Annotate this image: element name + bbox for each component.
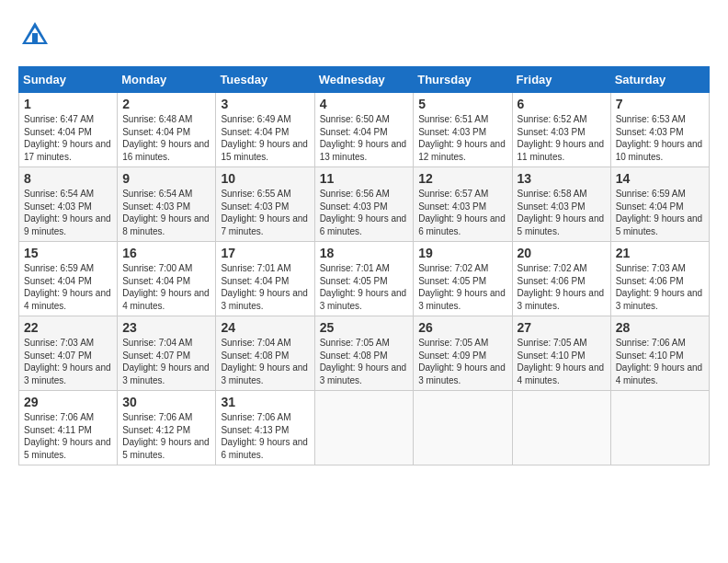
day-info: Sunrise: 6:48 AMSunset: 4:04 PMDaylight:… xyxy=(122,113,210,163)
day-number: 14 xyxy=(616,171,704,186)
day-number: 26 xyxy=(418,320,506,335)
svg-rect-2 xyxy=(32,33,38,44)
day-info: Sunrise: 6:47 AMSunset: 4:04 PMDaylight:… xyxy=(24,113,112,163)
day-number: 11 xyxy=(320,171,409,186)
calendar-cell: 16Sunrise: 7:00 AMSunset: 4:04 PMDayligh… xyxy=(118,242,216,316)
day-info: Sunrise: 6:51 AMSunset: 4:03 PMDaylight:… xyxy=(418,113,506,163)
calendar-cell: 7Sunrise: 6:53 AMSunset: 4:03 PMDaylight… xyxy=(610,93,709,167)
calendar-cell: 13Sunrise: 6:58 AMSunset: 4:03 PMDayligh… xyxy=(512,167,610,242)
calendar-cell: 23Sunrise: 7:04 AMSunset: 4:07 PMDayligh… xyxy=(118,316,216,391)
calendar-cell: 11Sunrise: 6:56 AMSunset: 4:03 PMDayligh… xyxy=(314,167,414,242)
day-info: Sunrise: 6:58 AMSunset: 4:03 PMDaylight:… xyxy=(518,188,606,237)
day-number: 22 xyxy=(24,320,112,335)
calendar-week-1: 1Sunrise: 6:47 AMSunset: 4:04 PMDaylight… xyxy=(19,93,710,167)
day-info: Sunrise: 7:03 AMSunset: 4:06 PMDaylight:… xyxy=(616,262,704,312)
calendar-cell: 26Sunrise: 7:05 AMSunset: 4:09 PMDayligh… xyxy=(414,316,512,391)
calendar-cell: 15Sunrise: 6:59 AMSunset: 4:04 PMDayligh… xyxy=(19,242,118,316)
day-number: 9 xyxy=(122,171,210,186)
day-info: Sunrise: 7:02 AMSunset: 4:05 PMDaylight:… xyxy=(418,262,506,312)
day-number: 28 xyxy=(616,320,704,335)
day-info: Sunrise: 7:06 AMSunset: 4:12 PMDaylight:… xyxy=(122,411,210,461)
calendar-week-3: 15Sunrise: 6:59 AMSunset: 4:04 PMDayligh… xyxy=(19,242,710,316)
day-info: Sunrise: 7:03 AMSunset: 4:07 PMDaylight:… xyxy=(24,337,112,386)
day-info: Sunrise: 6:57 AMSunset: 4:03 PMDaylight:… xyxy=(418,188,506,237)
logo xyxy=(18,18,57,52)
calendar-cell: 1Sunrise: 6:47 AMSunset: 4:04 PMDaylight… xyxy=(19,93,118,167)
day-info: Sunrise: 7:05 AMSunset: 4:09 PMDaylight:… xyxy=(418,337,506,386)
day-info: Sunrise: 7:06 AMSunset: 4:11 PMDaylight:… xyxy=(24,411,112,461)
day-info: Sunrise: 6:59 AMSunset: 4:04 PMDaylight:… xyxy=(24,262,112,312)
day-number: 24 xyxy=(221,320,309,335)
logo-icon xyxy=(18,18,51,52)
day-number: 16 xyxy=(122,246,210,260)
calendar-cell xyxy=(512,391,610,465)
day-info: Sunrise: 7:01 AMSunset: 4:04 PMDaylight:… xyxy=(221,262,309,312)
day-number: 30 xyxy=(122,395,210,409)
day-number: 27 xyxy=(518,320,606,335)
calendar-cell: 19Sunrise: 7:02 AMSunset: 4:05 PMDayligh… xyxy=(414,242,512,316)
day-info: Sunrise: 7:05 AMSunset: 4:08 PMDaylight:… xyxy=(320,337,409,386)
day-info: Sunrise: 6:53 AMSunset: 4:03 PMDaylight:… xyxy=(616,113,704,163)
day-info: Sunrise: 6:56 AMSunset: 4:03 PMDaylight:… xyxy=(320,188,409,237)
calendar-cell: 9Sunrise: 6:54 AMSunset: 4:03 PMDaylight… xyxy=(118,167,216,242)
day-info: Sunrise: 6:59 AMSunset: 4:04 PMDaylight:… xyxy=(616,188,704,237)
day-number: 2 xyxy=(122,97,210,111)
day-number: 31 xyxy=(221,395,309,409)
calendar-cell: 28Sunrise: 7:06 AMSunset: 4:10 PMDayligh… xyxy=(610,316,709,391)
day-header-tuesday: Tuesday xyxy=(216,67,314,93)
day-header-sunday: Sunday xyxy=(19,67,118,93)
calendar-cell: 24Sunrise: 7:04 AMSunset: 4:08 PMDayligh… xyxy=(216,316,314,391)
day-header-monday: Monday xyxy=(118,67,216,93)
day-number: 21 xyxy=(616,246,704,260)
day-number: 20 xyxy=(518,246,606,260)
day-info: Sunrise: 7:01 AMSunset: 4:05 PMDaylight:… xyxy=(320,262,409,312)
day-number: 6 xyxy=(518,97,606,111)
calendar-cell: 22Sunrise: 7:03 AMSunset: 4:07 PMDayligh… xyxy=(19,316,118,391)
day-number: 10 xyxy=(221,171,309,186)
calendar-cell: 31Sunrise: 7:06 AMSunset: 4:13 PMDayligh… xyxy=(216,391,314,465)
calendar-week-4: 22Sunrise: 7:03 AMSunset: 4:07 PMDayligh… xyxy=(19,316,710,391)
day-info: Sunrise: 6:52 AMSunset: 4:03 PMDaylight:… xyxy=(518,113,606,163)
page-header xyxy=(18,18,710,52)
calendar-week-2: 8Sunrise: 6:54 AMSunset: 4:03 PMDaylight… xyxy=(19,167,710,242)
day-info: Sunrise: 7:06 AMSunset: 4:13 PMDaylight:… xyxy=(221,411,309,461)
calendar-cell: 2Sunrise: 6:48 AMSunset: 4:04 PMDaylight… xyxy=(118,93,216,167)
calendar-cell: 8Sunrise: 6:54 AMSunset: 4:03 PMDaylight… xyxy=(19,167,118,242)
calendar-cell: 30Sunrise: 7:06 AMSunset: 4:12 PMDayligh… xyxy=(118,391,216,465)
day-number: 1 xyxy=(24,97,112,111)
day-info: Sunrise: 6:54 AMSunset: 4:03 PMDaylight:… xyxy=(24,188,112,237)
calendar-cell xyxy=(314,391,414,465)
day-info: Sunrise: 7:05 AMSunset: 4:10 PMDaylight:… xyxy=(518,337,606,386)
day-number: 7 xyxy=(616,97,704,111)
calendar-cell: 17Sunrise: 7:01 AMSunset: 4:04 PMDayligh… xyxy=(216,242,314,316)
day-number: 18 xyxy=(320,246,409,260)
calendar-cell: 25Sunrise: 7:05 AMSunset: 4:08 PMDayligh… xyxy=(314,316,414,391)
day-info: Sunrise: 6:55 AMSunset: 4:03 PMDaylight:… xyxy=(221,188,309,237)
day-header-wednesday: Wednesday xyxy=(314,67,414,93)
day-number: 12 xyxy=(418,171,506,186)
day-number: 17 xyxy=(221,246,309,260)
day-info: Sunrise: 6:54 AMSunset: 4:03 PMDaylight:… xyxy=(122,188,210,237)
calendar-week-5: 29Sunrise: 7:06 AMSunset: 4:11 PMDayligh… xyxy=(19,391,710,465)
day-number: 29 xyxy=(24,395,112,409)
day-info: Sunrise: 7:04 AMSunset: 4:08 PMDaylight:… xyxy=(221,337,309,386)
day-number: 15 xyxy=(24,246,112,260)
calendar-cell: 18Sunrise: 7:01 AMSunset: 4:05 PMDayligh… xyxy=(314,242,414,316)
calendar-cell: 6Sunrise: 6:52 AMSunset: 4:03 PMDaylight… xyxy=(512,93,610,167)
day-number: 5 xyxy=(418,97,506,111)
calendar-cell: 14Sunrise: 6:59 AMSunset: 4:04 PMDayligh… xyxy=(610,167,709,242)
day-header-saturday: Saturday xyxy=(610,67,709,93)
day-number: 23 xyxy=(122,320,210,335)
day-info: Sunrise: 6:50 AMSunset: 4:04 PMDaylight:… xyxy=(320,113,409,163)
day-number: 8 xyxy=(24,171,112,186)
day-info: Sunrise: 7:02 AMSunset: 4:06 PMDaylight:… xyxy=(518,262,606,312)
day-number: 4 xyxy=(320,97,409,111)
day-info: Sunrise: 6:49 AMSunset: 4:04 PMDaylight:… xyxy=(221,113,309,163)
day-number: 25 xyxy=(320,320,409,335)
calendar-cell: 27Sunrise: 7:05 AMSunset: 4:10 PMDayligh… xyxy=(512,316,610,391)
calendar-cell: 10Sunrise: 6:55 AMSunset: 4:03 PMDayligh… xyxy=(216,167,314,242)
day-info: Sunrise: 7:00 AMSunset: 4:04 PMDaylight:… xyxy=(122,262,210,312)
calendar-header-row: SundayMondayTuesdayWednesdayThursdayFrid… xyxy=(19,67,710,93)
calendar-cell xyxy=(414,391,512,465)
day-number: 19 xyxy=(418,246,506,260)
